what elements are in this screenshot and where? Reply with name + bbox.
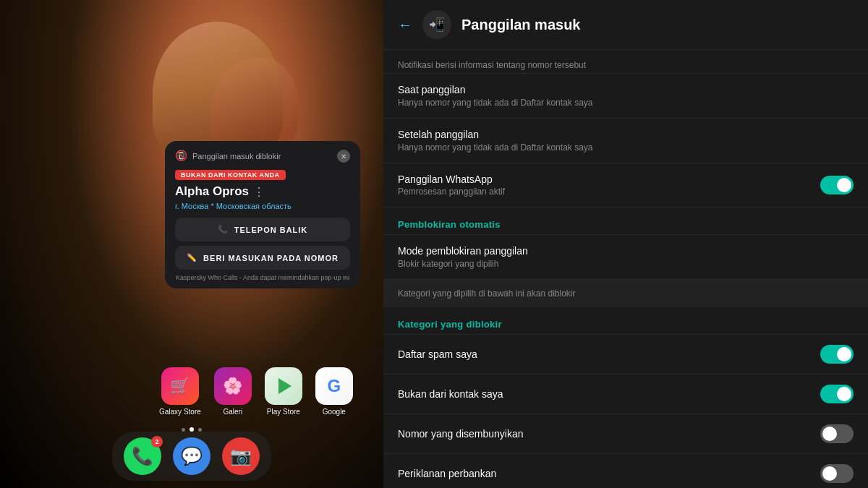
whatsapp-call-title: Panggilan WhatsApp bbox=[398, 174, 505, 185]
contact-location: г. Москва * Московская область bbox=[175, 202, 350, 210]
whatsapp-call-sub: Pemrosesan panggilan aktif bbox=[398, 187, 505, 197]
whatsapp-call-row[interactable]: Panggilan WhatsApp Pemrosesan panggilan … bbox=[383, 163, 868, 207]
spam-list-text: Daftar spam saya bbox=[398, 348, 477, 360]
saat-panggilan-row[interactable]: Saat panggilan Hanya nomor yang tidak ad… bbox=[383, 74, 868, 119]
galaxy-store-icon: 🛒 bbox=[161, 367, 199, 405]
galeri-label: Galeri bbox=[223, 408, 242, 416]
hidden-number-text: Nomor yang disembunyikan bbox=[398, 428, 524, 440]
app-item-play-store[interactable]: Play Store bbox=[265, 367, 302, 416]
google-label: Google bbox=[323, 408, 346, 416]
app-item-google[interactable]: G Google bbox=[315, 367, 353, 416]
notif-contact-row: Alpha Opros ⋮ bbox=[175, 184, 350, 199]
notif-settings-group: Saat panggilan Hanya nomor yang tidak ad… bbox=[383, 73, 868, 207]
banking-ads-row[interactable]: Periklanan perbankan bbox=[383, 454, 868, 488]
block-section-header: Pemblokiran otomatis bbox=[383, 207, 868, 234]
phone-icon: 📞 bbox=[218, 225, 229, 234]
dot-3 bbox=[198, 428, 202, 432]
notif-close-button[interactable]: ✕ bbox=[337, 150, 350, 163]
banking-ads-text: Periklanan perbankan bbox=[398, 468, 496, 479]
mode-pemblokiran-row[interactable]: Mode pemblokiran panggilan Blokir katego… bbox=[383, 235, 868, 280]
dot-1 bbox=[182, 428, 185, 432]
not-contact-badge: BUKAN DARI KONTAK ANDA bbox=[175, 170, 286, 180]
hidden-number-toggle[interactable] bbox=[820, 424, 854, 443]
spam-list-row[interactable]: Daftar spam saya bbox=[383, 335, 868, 374]
setelah-panggilan-sub: Hanya nomor yang tidak ada di Daftar kon… bbox=[398, 142, 854, 153]
app-item-galeri[interactable]: 🌸 Galeri bbox=[214, 367, 252, 416]
saat-panggilan-title: Saat panggilan bbox=[398, 84, 854, 95]
block-settings-group: Mode pemblokiran panggilan Blokir katego… bbox=[383, 234, 868, 280]
whatsapp-call-toggle[interactable] bbox=[820, 176, 854, 194]
right-header: ← 📲 Panggilan masuk bbox=[383, 0, 868, 50]
saat-panggilan-sub: Hanya nomor yang tidak ada di Daftar kon… bbox=[398, 98, 854, 108]
feedback-label: BERI MASUKAN PADA NOMOR bbox=[203, 254, 339, 262]
galaxy-store-label: Galaxy Store bbox=[159, 408, 201, 416]
contact-name: Alpha Opros bbox=[175, 184, 249, 199]
banking-ads-title: Periklanan perbankan bbox=[398, 468, 496, 479]
category-settings-group: Daftar spam saya Bukan dari kontak saya … bbox=[383, 334, 868, 488]
phone-badge: 2 bbox=[151, 436, 163, 448]
left-panel: 📵 Panggilan masuk diblokir ✕ BUKAN DARI … bbox=[0, 0, 383, 488]
callback-button[interactable]: 📞 TELEPON BALIK bbox=[175, 218, 350, 241]
callback-label: TELEPON BALIK bbox=[234, 226, 308, 234]
dock: 📞 2 💬 📷 bbox=[112, 432, 271, 481]
more-options-icon[interactable]: ⋮ bbox=[253, 185, 265, 199]
right-panel: ← 📲 Panggilan masuk Notifikasi berisi in… bbox=[383, 0, 868, 488]
google-icon: G bbox=[315, 367, 353, 405]
dock-messages-icon[interactable]: 💬 bbox=[173, 437, 210, 475]
mode-pemblokiran-sub: Blokir kategori yang dipilih bbox=[398, 259, 854, 269]
mode-pemblokiran-title: Mode pemblokiran panggilan bbox=[398, 245, 854, 257]
hidden-number-row[interactable]: Nomor yang disembunyikan bbox=[383, 414, 868, 454]
header-call-icon: 📲 bbox=[422, 10, 451, 39]
notif-footer-text: Kaspersky Who Calls - Anda dapat meminda… bbox=[175, 274, 350, 281]
banking-ads-toggle[interactable] bbox=[820, 464, 854, 483]
page-title: Panggilan masuk bbox=[461, 17, 581, 33]
edit-icon: ✏️ bbox=[187, 253, 197, 262]
not-contact-row[interactable]: Bukan dari kontak saya bbox=[383, 374, 868, 414]
gray-info-text: Kategori yang dipilih di bawah ini akan … bbox=[383, 280, 868, 307]
dock-phone-icon[interactable]: 📞 2 bbox=[124, 437, 161, 475]
notif-header: 📵 Panggilan masuk diblokir ✕ bbox=[175, 150, 350, 163]
give-feedback-button[interactable]: ✏️ BERI MASUKAN PADA NOMOR bbox=[175, 246, 350, 270]
category-section-header: Kategori yang diblokir bbox=[383, 307, 868, 334]
dock-camera-icon[interactable]: 📷 bbox=[222, 437, 260, 475]
notification-popup: 📵 Panggilan masuk diblokir ✕ BUKAN DARI … bbox=[165, 141, 360, 288]
notif-app-name: Panggilan masuk diblokir bbox=[192, 152, 281, 160]
setelah-panggilan-title: Setelah panggilan bbox=[398, 129, 854, 140]
app-item-galaxy-store[interactable]: 🛒 Galaxy Store bbox=[159, 367, 201, 416]
not-contact-title: Bukan dari kontak saya bbox=[398, 388, 503, 400]
notif-title-row: 📵 Panggilan masuk diblokir bbox=[175, 150, 281, 163]
back-button[interactable]: ← bbox=[398, 17, 412, 33]
not-contact-text: Bukan dari kontak saya bbox=[398, 388, 503, 400]
play-store-label: Play Store bbox=[267, 408, 300, 416]
play-store-icon bbox=[265, 367, 302, 405]
setelah-panggilan-row[interactable]: Setelah panggilan Hanya nomor yang tidak… bbox=[383, 119, 868, 163]
galeri-icon: 🌸 bbox=[214, 367, 252, 405]
not-contact-toggle[interactable] bbox=[820, 385, 854, 403]
call-blocked-icon: 📵 bbox=[175, 150, 188, 163]
app-grid: 🛒 Galaxy Store 🌸 Galeri Play Store G Goo… bbox=[159, 367, 353, 416]
notif-section-label: Notifikasi berisi informasi tentang nomo… bbox=[383, 50, 868, 73]
spam-list-toggle[interactable] bbox=[820, 345, 854, 364]
whatsapp-call-text: Panggilan WhatsApp Pemrosesan panggilan … bbox=[398, 174, 505, 197]
hidden-number-title: Nomor yang disembunyikan bbox=[398, 428, 524, 440]
spam-list-title: Daftar spam saya bbox=[398, 348, 477, 360]
